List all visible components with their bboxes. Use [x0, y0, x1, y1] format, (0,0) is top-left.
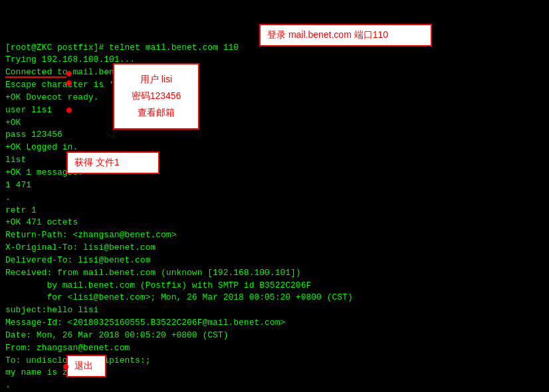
terminal-line: Received: from mail.benet.com (unknown […	[5, 267, 544, 280]
user-label: 用户 lisi	[124, 71, 189, 88]
terminal-line: .	[5, 192, 544, 205]
login-annotation: 登录 mail.benet.com 端口110	[259, 24, 432, 47]
terminal-line: +OK Dovecot ready.	[5, 92, 544, 104]
terminal-line: pass 123456	[5, 129, 544, 142]
terminal-line: Return-Path: <zhangsan@benet.com>	[5, 229, 544, 242]
terminal-line: by mail.benet.com (Postfix) with SMTP id…	[5, 280, 544, 292]
terminal-line: Date: Mon, 26 Mar 2018 00:05:20 +0800 (C…	[5, 330, 544, 342]
terminal-line: Message-Id: <20180325160555.B3522C206F@m…	[5, 317, 544, 330]
password-label: 密码123456	[124, 88, 189, 104]
terminal-line: From: zhangsan@benet.com	[5, 342, 544, 355]
user-underline	[5, 76, 66, 78]
terminal-line: .	[5, 379, 544, 392]
mailbox-label: 查看邮箱	[124, 104, 189, 121]
terminal-line: X-Original-To: lisi@benet.com	[5, 242, 544, 254]
terminal-line: subject:hello lisi	[5, 304, 544, 317]
user-annotation: 用户 lisi 密码123456 查看邮箱	[113, 63, 199, 130]
terminal-line: Trying 192.168.100.101...	[5, 54, 544, 66]
ok-dot	[66, 80, 72, 86]
terminal-line: user lisi	[5, 104, 544, 117]
terminal-line: Connected to mail.benet.com.	[5, 66, 544, 79]
terminal: [root@ZKC postfix]# telnet mail.benet.co…	[0, 0, 549, 392]
terminal-line: +OK	[5, 117, 544, 130]
quit-annotation: 退出	[66, 355, 106, 377]
user-dot	[66, 71, 72, 76]
terminal-line: Escape character is '^]'.	[5, 79, 544, 92]
getfile-annotation: 获得 文件1	[66, 151, 160, 174]
quit-dot	[63, 364, 68, 369]
list-dot	[66, 108, 72, 113]
terminal-line: for <lisi@benet.com>; Mon, 26 Mar 2018 0…	[5, 292, 544, 304]
terminal-line: 1 471	[5, 179, 544, 192]
terminal-line: +OK 471 octets	[5, 217, 544, 229]
terminal-line: retr 1	[5, 205, 544, 217]
terminal-line: Delivered-To: lisi@benet.com	[5, 254, 544, 267]
